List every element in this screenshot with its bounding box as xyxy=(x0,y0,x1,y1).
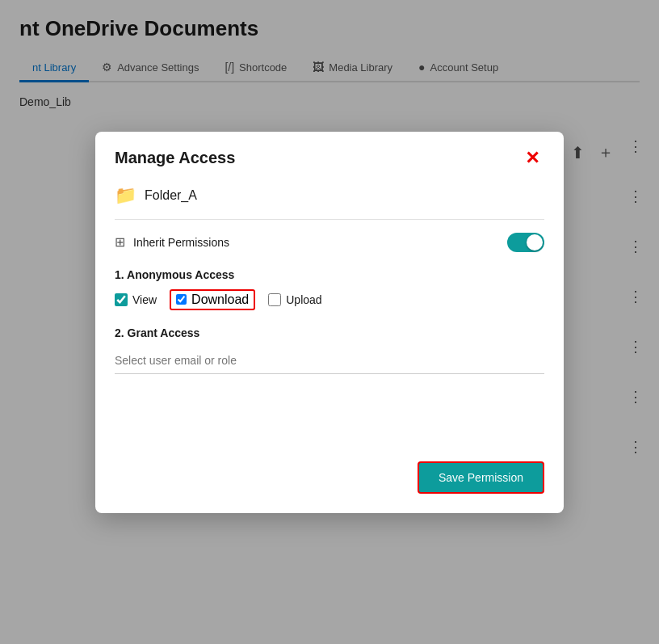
modal-body: 📁 Folder_A ⊞ Inherit Permissions 1. Anon… xyxy=(95,179,564,413)
view-label: View xyxy=(132,293,157,306)
upload-checkbox-item: Upload xyxy=(268,293,321,306)
inherit-label: ⊞ Inherit Permissions xyxy=(115,234,229,250)
modal-header: Manage Access ✕ xyxy=(95,132,564,179)
grant-access-heading: 2. Grant Access xyxy=(115,326,544,339)
email-role-input[interactable] xyxy=(115,347,544,374)
close-button[interactable]: ✕ xyxy=(520,148,544,169)
folder-row: 📁 Folder_A xyxy=(115,185,544,206)
grant-access-section: 2. Grant Access xyxy=(115,326,544,374)
inherit-permissions-row: ⊞ Inherit Permissions xyxy=(115,233,544,252)
modal-overlay: Manage Access ✕ 📁 Folder_A ⊞ Inherit Per… xyxy=(0,0,659,644)
inherit-toggle[interactable] xyxy=(507,233,544,252)
divider xyxy=(115,219,544,220)
modal-footer: Save Permission xyxy=(95,461,564,513)
save-permission-button[interactable]: Save Permission xyxy=(418,461,544,494)
inherit-permissions-text: Inherit Permissions xyxy=(133,236,229,249)
download-label: Download xyxy=(191,293,249,307)
view-checkbox[interactable] xyxy=(115,293,128,306)
view-checkbox-item: View xyxy=(115,293,157,306)
upload-checkbox[interactable] xyxy=(268,293,281,306)
upload-label: Upload xyxy=(286,293,321,306)
modal-title: Manage Access xyxy=(115,149,235,167)
manage-access-modal: Manage Access ✕ 📁 Folder_A ⊞ Inherit Per… xyxy=(95,132,564,513)
toggle-knob xyxy=(527,234,543,250)
download-checkbox[interactable] xyxy=(176,294,187,305)
anonymous-access-checkboxes: View Download Upload xyxy=(115,289,544,310)
folder-name: Folder_A xyxy=(145,188,197,203)
download-checkbox-highlight: Download xyxy=(170,289,255,310)
anonymous-access-heading: 1. Anonymous Access xyxy=(115,268,544,281)
permissions-icon: ⊞ xyxy=(115,234,125,250)
folder-icon: 📁 xyxy=(115,185,136,206)
